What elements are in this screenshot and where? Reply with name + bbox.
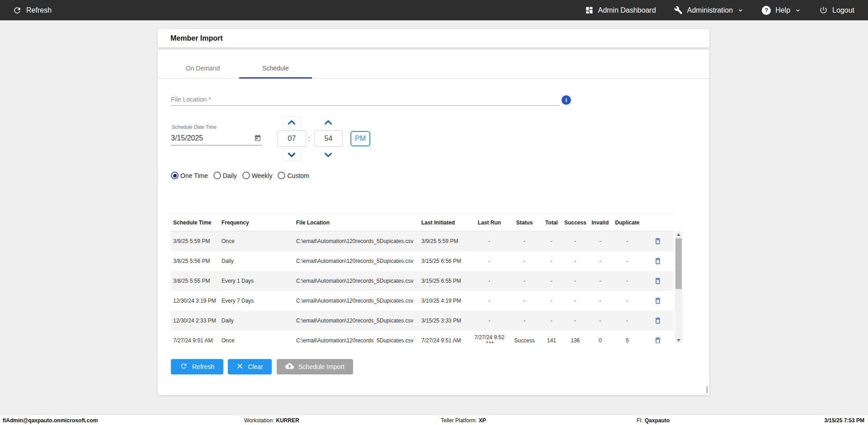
cell-last-run: - [470,318,509,324]
column-header: Total [540,220,563,226]
administration-menu[interactable]: Administration [674,6,744,14]
cell-total: 141 [540,337,563,343]
column-header: Last Initiated [421,220,470,226]
radio-daily[interactable]: Daily [213,172,237,179]
wrench-icon [674,6,683,14]
delete-icon[interactable] [654,336,662,343]
scrollbar-up-arrow[interactable] [675,231,682,238]
file-location-input[interactable] [171,93,559,105]
card-scrollbar-thumb[interactable] [706,386,708,393]
minute-input[interactable]: 54 [314,130,343,147]
cell-file-location: C:\email\Automation\120records_5Dupicate… [296,258,421,264]
cell-status: - [509,278,540,284]
status-bar: fiAdmin@qaxpauto.onmicrosoft.com Worksta… [0,415,868,425]
scrollbar-thumb[interactable] [675,238,682,289]
refresh-icon [180,362,188,371]
cell-last-run: - [470,258,509,264]
column-header: Schedule Time [171,220,222,226]
cell-schedule-time: 12/30/24 3:19 PM [171,298,222,304]
table-body: 3/9/25 5:59 PM Once C:\email\Automation\… [171,231,674,343]
radio-weekly[interactable]: Weekly [242,172,273,179]
date-input[interactable] [171,131,248,145]
help-menu[interactable]: ? Help [762,6,801,15]
calendar-icon[interactable] [254,135,261,144]
cell-frequency: Every 7 Days [222,298,296,304]
delete-icon[interactable] [654,317,662,325]
delete-icon[interactable] [654,257,662,265]
table-scrollbar[interactable] [675,231,682,343]
tab-on-demand[interactable]: On Demand [166,49,239,78]
column-header: Frequency [222,220,296,226]
radio-custom[interactable]: Custom [278,172,309,179]
delete-icon[interactable] [654,237,662,245]
cell-duplicate: 5 [613,337,642,343]
minute-up-button[interactable] [319,116,337,128]
column-header: Duplicate [613,220,642,226]
power-icon [819,6,828,14]
table-row: 3/8/25 5:56 PM Daily C:\email\Automation… [171,251,674,271]
cell-duplicate: - [613,318,642,324]
hour-input[interactable]: 07 [278,130,306,147]
hour-up-button[interactable] [283,116,301,128]
tab-schedule[interactable]: Schedule [239,49,312,78]
scrollbar-down-arrow[interactable] [675,337,682,343]
cell-last-initiated: 7/27/24 9:51 AM [421,337,470,343]
chevron-down-icon [324,151,333,159]
dashboard-icon [585,6,594,14]
clear-button[interactable]: Clear [228,359,272,374]
cell-duplicate: - [613,238,642,244]
cell-frequency: Daily [222,318,296,324]
info-icon[interactable]: i [561,95,571,105]
workstation-value: KURRER [276,417,299,424]
schedule-import-button[interactable]: Schedule Import [277,359,353,374]
frequency-radio-group: One Time Daily Weekly Custom [171,172,309,179]
table-row: 7/27/24 9:51 AM Once C:\email\Automation… [171,331,674,343]
hour-down-button[interactable] [283,149,301,161]
cell-file-location: C:\email\Automation\120records_5Dupicate… [296,238,421,244]
chevron-down-icon [737,7,744,14]
cell-last-initiated: 3/15/25 6:56 PM [421,258,470,264]
page-title-card: Member Import [158,29,709,47]
refresh-button[interactable]: Refresh [171,359,223,374]
refresh-button-label: Refresh [192,363,214,370]
cell-last-run: 7/27/24 9:52 AM [470,334,509,343]
cell-total: - [540,238,563,244]
topbar-refresh-button[interactable]: Refresh [13,6,52,15]
cell-invalid: - [588,238,613,244]
cell-total: - [540,298,563,304]
cell-status: - [509,258,540,264]
cell-success: - [563,278,588,284]
admin-dashboard-nav[interactable]: Admin Dashboard [585,6,656,14]
teller-platform-value: XP [479,417,486,424]
delete-icon[interactable] [654,297,662,305]
clear-button-label: Clear [248,363,263,370]
table-row: 12/30/24 3:19 PM Every 7 Days C:\email\A… [171,291,674,311]
cell-file-location: C:\email\Automation\120records_5Dupicate… [296,318,421,324]
radio-icon [213,172,221,179]
column-header: File Location [296,220,421,226]
radio-one-time[interactable]: One Time [171,172,208,179]
cell-duplicate: - [613,298,642,304]
cell-invalid: - [588,258,613,264]
cell-invalid: - [588,318,613,324]
cell-success: - [563,258,588,264]
teller-platform-label: Teller Platform: [441,417,477,424]
minute-down-button[interactable] [319,149,337,161]
schedule-date-time-label: Schedule Date Time [172,124,217,130]
cell-total: - [540,318,563,324]
delete-icon[interactable] [654,277,662,285]
column-header: Last Run [470,220,509,226]
column-header: Success [563,220,588,226]
cell-schedule-time: 12/30/24 2:33 PM [171,318,222,324]
administration-label: Administration [687,6,733,14]
am-pm-toggle[interactable]: PM [350,131,370,146]
cell-frequency: Once [222,238,296,244]
cell-frequency: Every 1 Days [222,278,296,284]
cell-schedule-time: 3/8/25 5:55 PM [171,278,222,284]
date-field [171,131,262,145]
logout-button[interactable]: Logout [819,6,854,14]
radio-icon [171,172,179,179]
cell-duplicate: - [613,258,642,264]
cell-schedule-time: 7/27/24 9:51 AM [171,337,222,343]
help-label: Help [775,6,790,14]
